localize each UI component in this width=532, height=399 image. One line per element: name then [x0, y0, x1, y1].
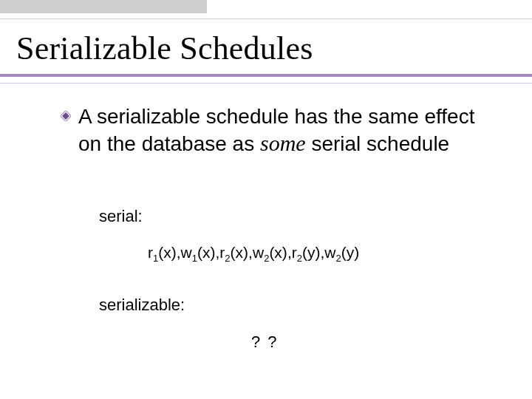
- slide: Serializable Schedules A serializable sc…: [0, 0, 532, 399]
- top-accent-bar: [0, 0, 207, 13]
- op-w2x: w2(x): [253, 244, 287, 261]
- rule-above-title: [0, 18, 532, 19]
- slide-title: Serializable Schedules: [16, 30, 313, 67]
- rule-below-title: [0, 74, 532, 77]
- bullet-1-post: serial schedule: [306, 132, 450, 155]
- op-r2y: r2(y): [292, 244, 321, 261]
- rule-below-title-2: [0, 83, 532, 83]
- bullet-1-em: some: [260, 131, 306, 155]
- op-r2x: r2(x): [219, 244, 248, 261]
- bullet-1-text: A serializable schedule has the same eff…: [78, 103, 482, 157]
- label-serializable: serializable:: [99, 296, 185, 315]
- placeholder-qmarks: ? ?: [251, 332, 279, 352]
- op-r1x: r1(x): [148, 244, 177, 261]
- op-w1x: w1(x): [181, 244, 216, 261]
- label-serial: serial:: [99, 207, 143, 226]
- op-w2y: w2(y): [324, 244, 359, 261]
- bullet-1: A serializable schedule has the same eff…: [61, 103, 482, 157]
- serial-schedule-formula: r1(x),w1(x),r2(x),w2(x),r2(y),w2(y): [148, 244, 359, 262]
- diamond-bullet-icon: [61, 111, 71, 121]
- body-area: A serializable schedule has the same eff…: [61, 103, 482, 157]
